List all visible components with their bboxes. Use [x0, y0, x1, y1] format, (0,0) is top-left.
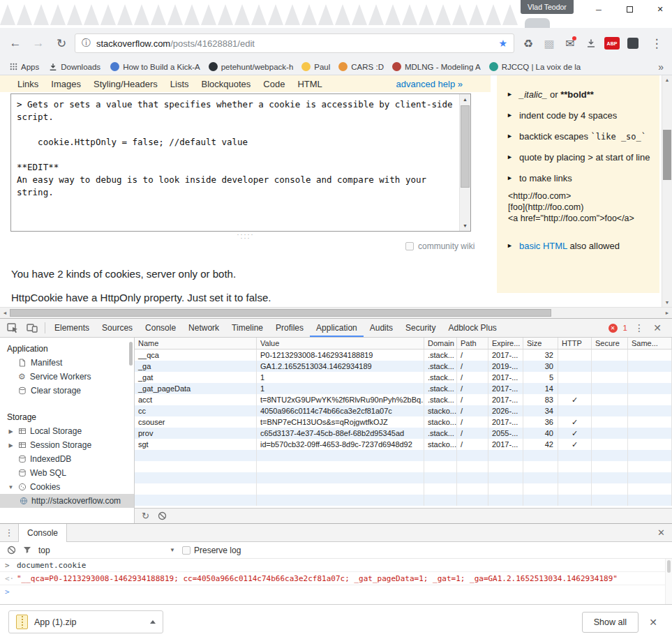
image-extension-icon[interactable]: ▩ [540, 34, 558, 52]
sidebar-item-clear-storage[interactable]: Clear storage [0, 384, 134, 398]
console-scrollbar[interactable] [665, 559, 672, 604]
community-wiki-checkbox[interactable] [405, 242, 414, 250]
tab-shape[interactable] [419, 4, 434, 25]
editor-tab-blockquotes[interactable]: Blockquotes [202, 79, 251, 89]
downloads-shelf-close-icon[interactable]: ✕ [643, 617, 664, 628]
show-all-downloads-button[interactable]: Show all [582, 612, 639, 633]
tab-shape[interactable] [50, 4, 66, 25]
tab-shape[interactable] [335, 4, 350, 25]
forward-button[interactable]: → [29, 36, 48, 50]
tab-shape[interactable] [33, 4, 49, 25]
scroll-up-icon[interactable]: ▲ [460, 94, 470, 105]
devtools-tab-elements[interactable]: Elements [48, 319, 96, 337]
tab-shape[interactable] [352, 4, 367, 25]
tab-shape[interactable] [368, 4, 384, 25]
editor-tab-html[interactable]: HTML [297, 79, 322, 89]
sidebar-item-local-storage[interactable]: ▶Local Storage [0, 424, 134, 438]
drawer-close-icon[interactable]: ✕ [657, 527, 672, 538]
editor-tab-links[interactable]: Links [17, 79, 38, 89]
sidebar-item-web-sql[interactable]: Web SQL [0, 466, 134, 480]
page-horizontal-scrollbar[interactable]: ◄ ► [0, 307, 672, 318]
cookie-row-ga[interactable]: _gaGA1.2.1652513034.1462934189.stack.../… [135, 361, 672, 372]
bookmark-item-how-to-build-a-kick-a[interactable]: How to Build a Kick-A [106, 62, 204, 71]
tab-shape[interactable] [486, 4, 501, 25]
devtools-tab-timeline[interactable]: Timeline [225, 319, 269, 337]
dark-extension-icon[interactable] [624, 34, 642, 52]
column-header-secure[interactable]: Secure [592, 338, 628, 349]
column-header-value[interactable]: Value [257, 338, 424, 349]
tab-shape[interactable] [17, 4, 32, 25]
tab-strip[interactable] [0, 4, 522, 25]
maximize-button[interactable] [625, 6, 634, 14]
sidebar-item-cookies[interactable]: ▼Cookies [0, 480, 134, 494]
cookie-row-acct[interactable]: acctt=8NTU2xG9UPwYK%2f6RlvRu90nPyh%2bBq.… [135, 394, 672, 405]
cookie-row-csouser[interactable]: csousert=BNP7eCH13UOs&s=qRojgwtfkOJZstac… [135, 416, 672, 428]
clear-cookies-icon[interactable] [158, 511, 167, 520]
console-drawer-tab[interactable]: Console [18, 524, 67, 542]
cookie-row-qca[interactable]: __qcaP0-1213293008-1462934188819.stack..… [135, 349, 672, 361]
refresh-icon[interactable]: ↻ [142, 511, 149, 521]
download-item[interactable]: App (1).zip [8, 610, 163, 633]
tab-shape[interactable] [167, 4, 183, 25]
adblock-plus-icon[interactable]: ABP [603, 34, 621, 52]
editor-tab-lists[interactable]: Lists [170, 79, 189, 89]
tab-shape[interactable] [268, 4, 283, 25]
editor-scrollbar[interactable]: ▲ ▼ [459, 94, 470, 231]
basic-html-link[interactable]: basic HTML [519, 241, 567, 251]
tab-shape[interactable] [100, 4, 116, 25]
console-output[interactable]: > document.cookie <· "__qca=P0-121329300… [0, 559, 672, 604]
post-editor[interactable]: > Gets or sets a value that specifies wh… [10, 93, 471, 232]
mail-extension-icon[interactable]: ✉ [561, 34, 579, 52]
scroll-right-icon[interactable]: ► [662, 308, 672, 318]
tab-shape[interactable] [201, 4, 216, 25]
bookmark-item-paul[interactable]: Paul [297, 62, 334, 71]
profile-name-chip[interactable]: Vlad Teodor [521, 0, 574, 14]
column-header-size[interactable]: Size [523, 338, 558, 349]
browser-menu-button[interactable]: ⋮ [647, 36, 666, 51]
sidebar-item-session-storage[interactable]: ▶Session Storage [0, 438, 134, 452]
tab-shape[interactable] [184, 4, 200, 25]
column-header-path[interactable]: Path [457, 338, 488, 349]
disclosure-arrow-icon[interactable]: ▼ [7, 484, 15, 490]
column-header-http[interactable]: HTTP [558, 338, 592, 349]
tab-shape[interactable] [452, 4, 468, 25]
page-scrollbar-thumb[interactable] [663, 130, 671, 180]
tab-shape[interactable] [301, 4, 317, 25]
devtools-close-button[interactable]: ✕ [651, 322, 664, 333]
tab-shape[interactable] [151, 4, 166, 25]
editor-tab-styling-headers[interactable]: Styling/Headers [94, 79, 158, 89]
cookie-row-cc[interactable]: cc4050a966c0114c74b66ca3e2cf81a07cstacko… [135, 405, 672, 416]
new-tab-button[interactable] [525, 18, 550, 28]
devtools-tab-profiles[interactable]: Profiles [269, 319, 310, 337]
tab-shape[interactable] [385, 4, 401, 25]
console-scrollbar-thumb[interactable] [667, 560, 671, 573]
scroll-left-icon[interactable]: ◄ [0, 308, 10, 318]
column-header-name[interactable]: Name [135, 338, 257, 349]
editor-resize-grip[interactable]: ········ [230, 233, 261, 240]
scroll-down-icon[interactable]: ▼ [662, 298, 672, 307]
reload-button[interactable]: ↻ [52, 36, 71, 51]
editor-tab-code[interactable]: Code [263, 79, 285, 89]
cookie-row-gat[interactable]: _gat1.stack.../2017-...5 [135, 372, 672, 383]
tab-shape[interactable] [67, 4, 82, 25]
page-hscrollbar-thumb[interactable] [10, 309, 551, 317]
cookie-row-sgt[interactable]: sgtid=b570cb32-09ff-4653-8d9c-7237d6948d… [135, 439, 672, 450]
tab-shape[interactable] [285, 4, 300, 25]
tab-shape[interactable] [318, 4, 334, 25]
downloads-shortcut[interactable]: Downloads [45, 63, 105, 71]
advanced-help-link[interactable]: advanced help » [396, 79, 463, 89]
devtools-tab-application[interactable]: Application [310, 319, 364, 337]
devtools-tab-network[interactable]: Network [182, 319, 225, 337]
download-menu-caret-icon[interactable] [150, 620, 156, 624]
disclosure-arrow-icon[interactable]: ▶ [7, 442, 15, 449]
console-prompt[interactable]: > [0, 585, 672, 599]
sidebar-item-cookie-origin[interactable]: http://stackoverflow.com [0, 494, 134, 508]
download-extension-icon[interactable] [582, 34, 600, 52]
close-button[interactable]: ✕ [655, 5, 665, 14]
clear-console-icon[interactable] [7, 546, 16, 555]
scroll-down-icon[interactable]: ▼ [460, 220, 470, 231]
tab-shape[interactable] [218, 4, 233, 25]
inspect-element-button[interactable] [3, 319, 22, 337]
filter-funnel-icon[interactable] [23, 546, 31, 554]
devtools-tab-sources[interactable]: Sources [96, 319, 139, 337]
